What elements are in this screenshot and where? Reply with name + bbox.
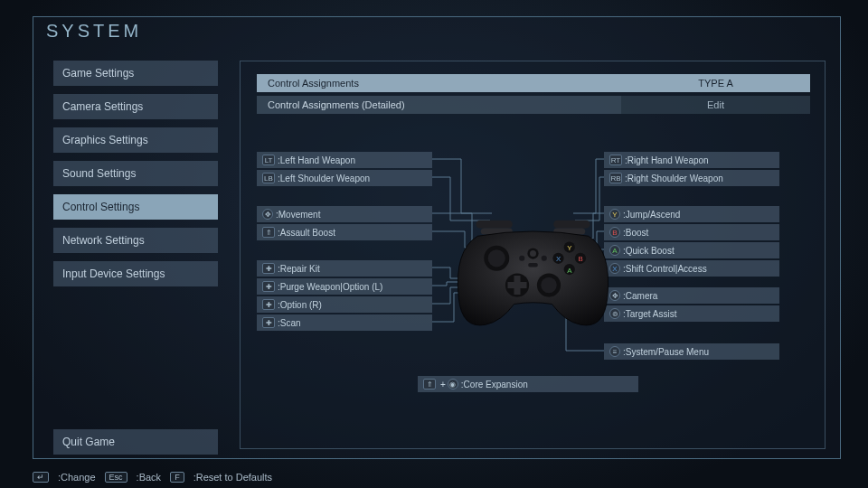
esc-key-icon: Esc	[105, 472, 127, 483]
footer-change: :Change	[58, 472, 96, 483]
sidebar-item-graphics-settings[interactable]: Graphics Settings	[53, 127, 218, 153]
sidebar: Game Settings Camera Settings Graphics S…	[53, 61, 218, 455]
svg-text:A: A	[567, 267, 572, 275]
l3-icon: ⇑	[423, 379, 436, 389]
dpad-left-icon: ✚	[262, 281, 275, 292]
binding-quick-boost[interactable]: A :Quick Boost	[604, 242, 779, 258]
binding-label: :Option (R)	[278, 300, 322, 310]
svg-text:Y: Y	[567, 244, 572, 252]
option-value-edit: Edit	[621, 96, 810, 114]
binding-purge-weapon[interactable]: ✚ :Purge Weapon|Option (L)	[257, 278, 432, 295]
stick-icon: ✥	[262, 209, 273, 220]
svg-point-10	[541, 277, 557, 294]
binding-repair-kit[interactable]: ✚ :Repair Kit	[257, 260, 432, 277]
binding-system-pause[interactable]: ≡ :System/Pause Menu	[604, 343, 779, 360]
sidebar-item-control-settings[interactable]: Control Settings	[53, 194, 218, 220]
svg-point-22	[542, 256, 547, 261]
binding-target-assist[interactable]: ⊚ :Target Assist	[604, 305, 779, 322]
binding-camera[interactable]: ✥ :Camera	[604, 287, 779, 304]
binding-label: :Scan	[278, 318, 301, 328]
sidebar-item-camera-settings[interactable]: Camera Settings	[53, 94, 218, 119]
option-control-assignments[interactable]: Control Assignments TYPE A	[257, 74, 810, 92]
binding-label: :Shift Control|Access	[623, 264, 707, 274]
binding-left-hand-weapon[interactable]: LT :Left Hand Weapon	[257, 152, 432, 168]
main-panel: Control Assignments TYPE A Control Assig…	[240, 61, 826, 449]
binding-label: :System/Pause Menu	[623, 347, 709, 357]
r3-icon: ◉	[448, 379, 458, 389]
binding-label: :Left Shoulder Weapon	[278, 174, 370, 183]
binding-assault-boost[interactable]: ⇑ :Assault Boost	[257, 224, 432, 240]
page-title: SYSTEM	[46, 21, 142, 42]
binding-label: :Movement	[276, 210, 320, 220]
sidebar-item-game-settings[interactable]: Game Settings	[53, 61, 218, 86]
binding-right-shoulder-weapon[interactable]: RB :Right Shoulder Weapon	[604, 170, 779, 186]
rt-icon: RT	[609, 155, 622, 165]
binding-label: :Boost	[623, 228, 648, 238]
binding-label: :Purge Weapon|Option (L)	[278, 282, 382, 292]
f-key-icon: F	[170, 472, 184, 483]
binding-label: :Target Assist	[623, 309, 676, 319]
dpad-up-icon: ✚	[262, 263, 275, 274]
binding-option-r[interactable]: ✚ :Option (R)	[257, 296, 432, 313]
l3-icon: ⇑	[262, 227, 275, 238]
enter-key-icon: ↵	[33, 472, 49, 483]
controller-image: Y B A X	[454, 219, 612, 330]
sidebar-item-sound-settings[interactable]: Sound Settings	[53, 161, 218, 186]
sidebar-item-network-settings[interactable]: Network Settings	[53, 228, 218, 253]
binding-movement[interactable]: ✥ :Movement	[257, 206, 432, 222]
dpad-right-icon: ✚	[262, 299, 275, 310]
svg-text:B: B	[578, 255, 582, 263]
option-value-type: TYPE A	[621, 74, 810, 92]
sidebar-item-quit-game[interactable]: Quit Game	[53, 429, 218, 455]
svg-text:X: X	[556, 255, 561, 263]
option-label: Control Assignments	[257, 74, 621, 92]
binding-label: :Assault Boost	[278, 228, 335, 238]
binding-core-expansion[interactable]: ⇑ + ◉ :Core Expansion	[418, 376, 638, 392]
plus-symbol: +	[440, 380, 446, 389]
binding-label: :Quick Boost	[623, 246, 675, 256]
footer-hints: ↵ :Change Esc :Back F :Reset to Defaults	[33, 472, 272, 483]
option-label: Control Assignments (Detailed)	[257, 96, 621, 114]
svg-rect-1	[553, 221, 590, 229]
binding-label: :Right Shoulder Weapon	[625, 174, 723, 183]
binding-label: :Core Expansion	[461, 380, 528, 389]
svg-point-21	[519, 256, 524, 261]
binding-label: :Repair Kit	[278, 264, 320, 274]
rb-icon: RB	[609, 173, 622, 183]
binding-label: :Right Hand Weapon	[625, 155, 709, 165]
binding-boost[interactable]: B :Boost	[604, 224, 779, 240]
svg-rect-23	[528, 263, 538, 267]
svg-point-20	[530, 250, 536, 257]
binding-shift-control[interactable]: X :Shift Control|Access	[604, 260, 779, 277]
binding-label: :Left Hand Weapon	[278, 155, 355, 165]
binding-left-shoulder-weapon[interactable]: LB :Left Shoulder Weapon	[257, 170, 432, 186]
svg-rect-8	[508, 282, 527, 288]
footer-back: :Back	[137, 472, 162, 483]
binding-label: :Camera	[623, 291, 657, 301]
binding-right-hand-weapon[interactable]: RT :Right Hand Weapon	[604, 152, 779, 168]
sidebar-item-input-device-settings[interactable]: Input Device Settings	[53, 261, 218, 286]
binding-label: :Jump/Ascend	[623, 210, 680, 220]
lb-icon: LB	[262, 173, 275, 183]
svg-rect-0	[476, 221, 513, 229]
binding-jump-ascend[interactable]: Y :Jump/Ascend	[604, 206, 779, 222]
menu-button-icon: ≡	[609, 346, 620, 357]
system-frame: SYSTEM Game Settings Camera Settings Gra…	[33, 16, 841, 459]
dpad-down-icon: ✚	[262, 317, 275, 328]
footer-reset: :Reset to Defaults	[193, 472, 272, 483]
lt-icon: LT	[262, 155, 275, 165]
svg-point-5	[488, 249, 505, 267]
option-control-assignments-detailed[interactable]: Control Assignments (Detailed) Edit	[257, 96, 810, 114]
binding-scan[interactable]: ✚ :Scan	[257, 314, 432, 331]
